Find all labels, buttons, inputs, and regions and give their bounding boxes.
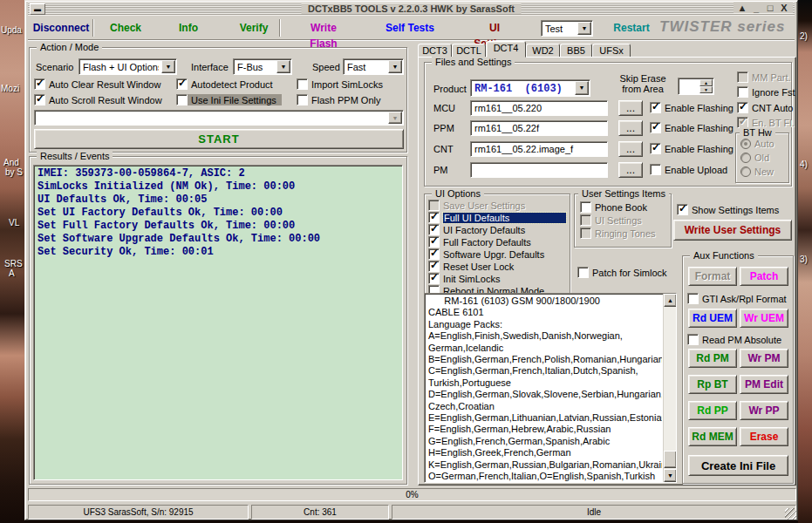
mcu-file-input[interactable]: rm161__05.220 <box>470 100 608 116</box>
verify-button[interactable]: Verify <box>235 20 272 36</box>
system-menu-icon[interactable]: ▬ <box>30 3 45 15</box>
checkbox-init-simlocks[interactable]: Init SimLocks <box>428 273 500 284</box>
cnt-browse-button[interactable]: ... <box>618 141 643 157</box>
write-user-settings-button[interactable]: Write User Settings <box>673 220 792 241</box>
checkbox-auto-clear-result-window[interactable]: Auto Clear Result Window <box>34 78 160 90</box>
scenario-select[interactable]: Flash + UI Options ▼ <box>78 58 177 75</box>
cnt-label: CNT <box>433 144 454 154</box>
restart-button[interactable]: Restart <box>611 20 652 36</box>
checkbox-icon <box>577 267 589 278</box>
chevron-down-icon[interactable]: ▼ <box>276 60 290 73</box>
speed-value: Fast <box>347 61 386 73</box>
close-button[interactable]: X <box>777 3 791 13</box>
interface-select[interactable]: F-Bus ▼ <box>233 58 292 75</box>
patch-button[interactable]: Patch <box>740 267 788 286</box>
create-ini-file-button[interactable]: Create Ini File <box>688 455 788 476</box>
checkbox-label: Save User Settings <box>443 200 525 211</box>
speed-select[interactable]: Fast ▼ <box>343 58 404 75</box>
chevron-down-icon[interactable]: ▼ <box>575 81 589 95</box>
checkbox-cnt-auto[interactable]: CNT Auto <box>737 102 794 113</box>
cnt-file-input[interactable]: rm161__05.22.image_f <box>470 141 608 157</box>
title-bar[interactable]: ▬ DCTxBB5 TOOLS v 2.2.0.3 HWK by SarasSo… <box>28 3 795 16</box>
pm-file-input[interactable] <box>470 162 608 178</box>
tab-wd2[interactable]: WD2 <box>526 44 560 58</box>
checkbox-cnt-enable-flashing[interactable]: Enable Flashing <box>650 143 734 154</box>
checkbox-pm-enable-upload[interactable]: Enable Upload <box>650 164 727 175</box>
tab-ufsx[interactable]: UFSx <box>592 44 631 58</box>
tab-dct3[interactable]: DCT3 <box>418 44 452 58</box>
rd-mem-button[interactable]: Rd MEM <box>688 427 737 446</box>
checkbox-mcu-enable-flashing[interactable]: Enable Flashing <box>650 102 734 113</box>
chevron-down-icon[interactable]: ▼ <box>161 60 175 73</box>
rp-bt-button[interactable]: Rp BT <box>688 375 737 394</box>
rd-pm-button[interactable]: Rd PM <box>688 349 737 368</box>
rd-pp-button[interactable]: Rd PP <box>688 401 737 420</box>
checkbox-icon <box>580 201 591 213</box>
wr-pm-button[interactable]: Wr PM <box>740 349 788 368</box>
test-mode-select[interactable]: Test ▼ <box>541 20 593 37</box>
mcu-browse-button[interactable]: ... <box>618 100 643 116</box>
info-line: CABLE 6101 <box>428 307 659 318</box>
info-button[interactable]: Info <box>174 20 203 36</box>
checkbox-software-upgr-defaults[interactable]: Software Upgr. Defaults <box>428 248 544 260</box>
checkbox-read-pm-absolute[interactable]: Read PM Absolute <box>687 334 781 345</box>
self-tests-button[interactable]: Self Tests <box>384 20 436 36</box>
checkbox-full-ui-defaults[interactable]: Full UI Defaults <box>428 212 566 223</box>
checkbox-ppm-enable-flashing[interactable]: Enable Flashing <box>650 122 734 133</box>
flash-file-select[interactable]: ▼ <box>34 110 404 126</box>
spin-up-icon[interactable]: ▲ <box>699 79 713 86</box>
checkbox-label: Patch for Simlock <box>592 268 667 278</box>
phone-info-listbox[interactable]: RM-161 (6103) GSM 900/1800/1900 CABLE 61… <box>424 293 677 483</box>
wr-pp-button[interactable]: Wr PP <box>740 401 788 420</box>
checkbox-ui-factory-defaults[interactable]: UI Factory Defaults <box>428 224 525 235</box>
scroll-down-icon[interactable]: ▼ <box>664 469 677 482</box>
disconnect-button[interactable]: Disconnect <box>32 20 90 36</box>
checkbox-gti-ask-rpl-format[interactable]: GTI Ask/Rpl Format <box>687 293 787 304</box>
maximize-button[interactable]: □ <box>763 3 777 13</box>
erase-button[interactable]: Erase <box>740 427 788 446</box>
checkbox-label: Enable Upload <box>665 165 727 175</box>
write-flash-button[interactable]: Write Flash <box>297 20 351 36</box>
checkbox-reset-user-lock[interactable]: Reset User Lock <box>428 261 514 272</box>
scrollbar-thumb[interactable] <box>664 451 677 468</box>
checkbox-phone-book[interactable]: Phone Book <box>580 201 647 213</box>
scroll-up-icon[interactable]: ▲ <box>664 294 677 307</box>
checkbox-full-factory-defaults[interactable]: Full Factory Defaults <box>428 236 531 248</box>
tab-bb5[interactable]: BB5 <box>560 44 592 58</box>
checkbox-auto-scroll-result-window[interactable]: Auto Scroll Result Window <box>34 94 162 105</box>
checkbox-label: Software Upgr. Defaults <box>443 249 544 260</box>
tab-dctl[interactable]: DCTL <box>452 44 486 58</box>
shade-button[interactable]: ▲ <box>735 3 749 13</box>
wr-uem-button[interactable]: Wr UEM <box>740 309 788 328</box>
skip-erase-spinner[interactable]: 9 ▲▼ <box>678 78 714 95</box>
checkbox-ignore-fst[interactable]: Ignore Fst <box>737 86 795 98</box>
scrollbar-track[interactable]: ▲ ▼ <box>663 294 676 482</box>
chevron-down-icon[interactable]: ▼ <box>388 60 402 73</box>
resize-grip[interactable] <box>785 508 796 520</box>
minimize-button[interactable]: _ <box>749 3 763 13</box>
product-select[interactable]: RM-161 (6103) ▼ <box>470 79 590 97</box>
checkbox-show-settings-items[interactable]: Show Settings Items <box>677 204 779 215</box>
ui-settings-button[interactable]: UI Settings <box>467 20 522 36</box>
check-button[interactable]: Check <box>106 20 145 36</box>
checkbox-icon <box>650 122 661 133</box>
ppm-file-input[interactable]: rm161__05.22f <box>470 120 608 136</box>
checkbox-icon <box>176 78 188 90</box>
results-listbox[interactable]: IMEI: 359373-00-059864-7, ASIC: 2 SimLoc… <box>33 165 403 480</box>
spin-down-icon[interactable]: ▼ <box>699 86 713 93</box>
rd-uem-button[interactable]: Rd UEM <box>688 309 737 328</box>
chevron-down-icon[interactable]: ▼ <box>577 22 591 35</box>
results-events-legend: Results / Events <box>37 151 113 161</box>
start-button[interactable]: START <box>34 129 404 149</box>
pm-edit-button[interactable]: PM Edit <box>740 375 788 394</box>
checkbox-autodetect-product[interactable]: Autodetect Product <box>176 78 273 90</box>
checkbox-flash-ppm-only[interactable]: Flash PPM Only <box>297 94 380 105</box>
tab-dct4[interactable]: DCT4 <box>486 41 526 58</box>
checkbox-import-simlocks[interactable]: Import SimLocks <box>297 78 383 90</box>
checkbox-patch-for-simlock[interactable]: Patch for Simlock <box>577 267 667 278</box>
ppm-browse-button[interactable]: ... <box>618 120 643 136</box>
results-events-group: Results / Events IMEI: 359373-00-059864-… <box>29 156 407 485</box>
pm-browse-button[interactable]: ... <box>618 162 643 178</box>
checkbox-icon <box>650 164 661 175</box>
checkbox-use-ini-file-settings[interactable]: Use Ini File Settings <box>176 94 282 105</box>
